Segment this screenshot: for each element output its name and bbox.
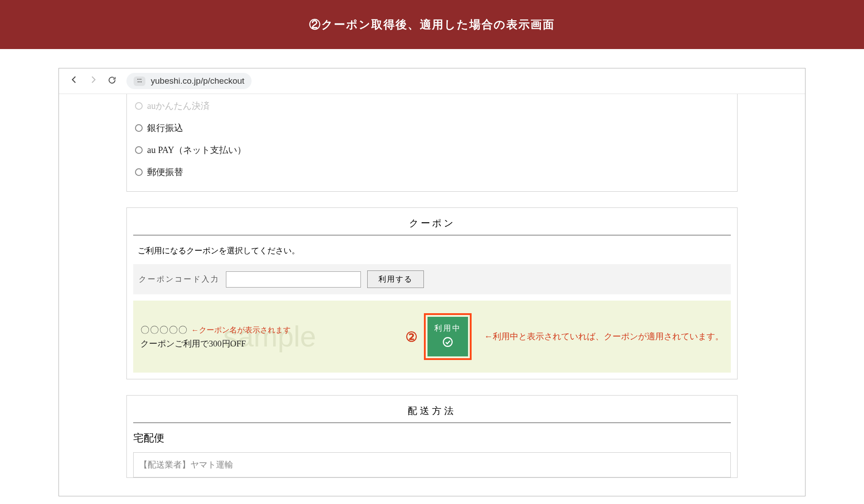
url-bar[interactable]: yubeshi.co.jp/p/checkout [126, 73, 252, 89]
shipping-method: 宅配便 [127, 423, 737, 448]
payment-option[interactable]: 銀行振込 [135, 117, 729, 139]
back-icon[interactable] [70, 75, 79, 87]
payment-option-label: au PAY（ネット支払い） [147, 144, 246, 156]
content-outer: yubeshi.co.jp/p/checkout auかんたん決済 銀行振込 [0, 49, 864, 496]
shipping-panel: 配送方法 宅配便 【配送業者】ヤマト運輸 [126, 395, 738, 478]
in-use-annotation: ←利用中と表示されていれば、クーポンが適用されています。 [484, 331, 724, 342]
browser-frame: yubeshi.co.jp/p/checkout auかんたん決済 銀行振込 [58, 68, 806, 496]
payment-option-label: auかんたん決済 [147, 100, 210, 112]
header-title: ②クーポン取得後、適用した場合の表示画面 [309, 18, 555, 31]
coupon-panel: クーポン ご利用になるクーポンを選択してください。 クーポンコード入力 利用する… [126, 207, 738, 379]
browser-toolbar: yubeshi.co.jp/p/checkout [59, 68, 805, 94]
payment-option[interactable]: 郵便振替 [135, 161, 729, 183]
coupon-input-row: クーポンコード入力 利用する [133, 264, 731, 294]
coupon-code-input[interactable] [226, 271, 361, 288]
payment-option-label: 郵便振替 [147, 166, 183, 178]
coupon-name-placeholder: 〇〇〇〇〇 [140, 324, 188, 336]
page-header: ②クーポン取得後、適用した場合の表示画面 [0, 0, 864, 49]
forward-icon[interactable] [89, 75, 98, 87]
payment-option-label: 銀行振込 [147, 122, 183, 134]
step-badge: ② [405, 329, 418, 345]
in-use-highlight-box: 利用中 [424, 313, 472, 360]
page-body: auかんたん決済 銀行振込 au PAY（ネット支払い） 郵便振替 [59, 94, 805, 496]
active-coupon-row: sample 〇〇〇〇〇 ←クーポン名が表示されます クーポンご利用で300円O… [133, 301, 731, 373]
svg-point-2 [140, 81, 141, 82]
coupon-discount-text: クーポンご利用で300円OFF [140, 338, 291, 350]
coupon-section-title: クーポン [133, 208, 731, 235]
svg-point-4 [443, 338, 452, 346]
radio-icon [135, 146, 143, 154]
payment-option[interactable]: au PAY（ネット支払い） [135, 139, 729, 161]
shipping-carrier-text: 【配送業者】ヤマト運輸 [139, 460, 233, 469]
shipping-carrier-box: 【配送業者】ヤマト運輸 [133, 452, 731, 477]
payment-radio-list: auかんたん決済 銀行振込 au PAY（ネット支払い） 郵便振替 [127, 94, 737, 191]
check-circle-icon [442, 336, 454, 350]
in-use-button[interactable]: 利用中 [428, 317, 468, 356]
payment-panel: auかんたん決済 銀行振込 au PAY（ネット支払い） 郵便振替 [126, 94, 738, 192]
apply-coupon-button[interactable]: 利用する [367, 270, 424, 288]
coupon-input-label: クーポンコード入力 [139, 274, 220, 284]
radio-icon [135, 102, 143, 110]
coupon-info: 〇〇〇〇〇 ←クーポン名が表示されます クーポンご利用で300円OFF [140, 324, 291, 350]
svg-rect-1 [139, 79, 142, 79]
payment-option[interactable]: auかんたん決済 [135, 95, 729, 117]
shipping-section-title: 配送方法 [133, 396, 731, 423]
coupon-name-annotation: ←クーポン名が表示されます [191, 325, 291, 335]
svg-point-0 [137, 78, 138, 79]
url-text: yubeshi.co.jp/p/checkout [151, 76, 244, 86]
svg-rect-3 [137, 81, 140, 82]
coupon-instruction: ご利用になるクーポンを選択してください。 [127, 235, 737, 264]
radio-icon [135, 124, 143, 132]
site-settings-icon[interactable] [134, 76, 145, 86]
reload-icon[interactable] [108, 76, 117, 87]
radio-icon [135, 168, 143, 176]
in-use-label: 利用中 [434, 323, 461, 333]
